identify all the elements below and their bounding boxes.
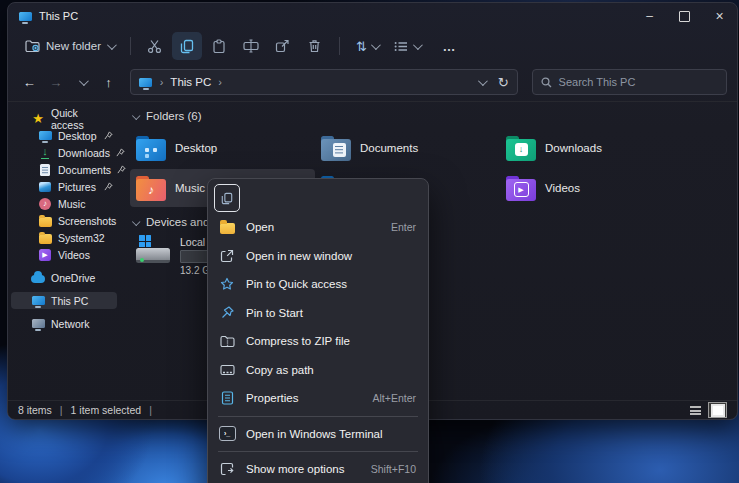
breadcrumb[interactable]: This PC	[170, 76, 211, 88]
address-dropdown-icon[interactable]	[478, 76, 488, 86]
paste-icon	[212, 39, 226, 54]
properties-icon	[218, 391, 236, 405]
command-bar: New folder	[8, 29, 737, 63]
menu-item-open-new-window[interactable]: Open in new window	[212, 242, 424, 271]
folders-section-header[interactable]: Folders (6)	[132, 110, 737, 122]
minimize-button[interactable]: –	[632, 3, 667, 29]
details-view-button[interactable]	[687, 403, 704, 417]
sidebar-item-this-pc[interactable]: This PC	[11, 292, 117, 309]
sidebar-item-label: Videos	[58, 249, 90, 261]
menu-item-label: Copy as path	[246, 364, 314, 376]
new-folder-icon	[25, 39, 40, 53]
sidebar-item-screenshots[interactable]: Screenshots	[11, 212, 117, 229]
folder-tile-videos[interactable]: ▶ Videos	[500, 169, 685, 207]
menu-item-compress-zip[interactable]: Compress to ZIP file	[212, 327, 424, 356]
sort-button[interactable]: ⇅	[349, 36, 385, 57]
folder-name: Music	[175, 182, 205, 194]
document-icon	[38, 163, 52, 177]
sidebar-item-label: Desktop	[58, 130, 97, 142]
sidebar-item-documents[interactable]: Documents	[11, 161, 117, 178]
breadcrumb-separator: ›	[160, 76, 164, 88]
star-icon: ★	[31, 112, 45, 126]
copy-button[interactable]	[172, 32, 202, 60]
view-button[interactable]	[387, 37, 427, 56]
menu-item-label: Pin to Start	[246, 307, 303, 319]
new-folder-button[interactable]: New folder	[18, 35, 121, 57]
sidebar-item-pictures[interactable]: Pictures	[11, 178, 117, 195]
sidebar-item-label: Downloads	[58, 147, 110, 159]
downloads-folder-icon: ↓	[506, 136, 536, 161]
folder-name: Downloads	[545, 142, 602, 154]
large-icons-view-button[interactable]	[708, 402, 727, 418]
address-input[interactable]: › This PC › ↻	[130, 69, 518, 95]
sidebar-item-system32[interactable]: System32	[11, 229, 117, 246]
folder-icon	[38, 214, 52, 228]
sidebar-item-downloads[interactable]: ↓ Downloads	[11, 144, 117, 161]
rename-icon	[243, 39, 259, 53]
large-icons-view-icon	[711, 404, 725, 417]
forward-button[interactable]: →	[44, 70, 66, 94]
menu-item-label: Compress to ZIP file	[246, 335, 350, 347]
menu-item-properties[interactable]: Properties Alt+Enter	[212, 384, 424, 413]
chevron-down-icon	[371, 40, 381, 50]
window-title: This PC	[39, 10, 78, 22]
chevron-down-icon	[413, 40, 423, 50]
folder-icon	[38, 231, 52, 245]
cut-button[interactable]	[140, 32, 170, 60]
search-input[interactable]: Search This PC	[532, 69, 727, 95]
see-more-button[interactable]: …	[435, 32, 465, 60]
delete-button[interactable]	[300, 32, 330, 60]
onedrive-cloud-icon	[31, 271, 45, 285]
music-icon: ♪	[38, 197, 52, 211]
videos-icon: ▶	[38, 248, 52, 262]
copy-icon	[221, 192, 233, 205]
pin-icon	[104, 131, 113, 140]
menu-item-label: Show more options	[246, 463, 344, 475]
close-icon: ×	[715, 8, 723, 24]
rename-button[interactable]	[236, 32, 266, 60]
up-icon: ↑	[105, 75, 112, 90]
show-more-icon	[218, 462, 236, 476]
share-icon	[275, 39, 290, 53]
menu-item-pin-start[interactable]: Pin to Start	[212, 299, 424, 328]
sidebar-item-onedrive[interactable]: OneDrive	[11, 269, 117, 286]
sidebar-item-desktop[interactable]: Desktop	[11, 127, 117, 144]
maximize-button[interactable]	[667, 3, 702, 29]
terminal-icon: ›_	[218, 426, 236, 441]
copy-quick-action-button[interactable]	[214, 184, 240, 212]
navigation-pane: ★ Quick access Desktop ↓ Downloads Docum…	[8, 102, 120, 400]
recent-locations-button[interactable]	[71, 70, 93, 94]
sidebar-item-label: System32	[58, 232, 105, 244]
up-button[interactable]: ↑	[97, 70, 119, 94]
this-pc-crumb-icon	[139, 75, 153, 89]
folder-tile-downloads[interactable]: ↓ Downloads	[500, 129, 685, 167]
this-pc-app-icon	[18, 9, 32, 23]
back-button[interactable]: ←	[18, 70, 40, 94]
refresh-button[interactable]: ↻	[498, 75, 509, 90]
sidebar-item-music[interactable]: ♪ Music	[11, 195, 117, 212]
folder-tile-desktop[interactable]: Desktop	[130, 129, 315, 167]
folder-tile-documents[interactable]: Documents	[315, 129, 500, 167]
sidebar-item-network[interactable]: Network	[11, 315, 117, 332]
menu-item-open[interactable]: Open Enter	[212, 213, 424, 242]
menu-item-shortcut: Shift+F10	[371, 463, 416, 475]
menu-item-label: Open in Windows Terminal	[246, 428, 383, 440]
sidebar-item-videos[interactable]: ▶ Videos	[11, 246, 117, 263]
folder-name: Desktop	[175, 142, 217, 154]
search-icon	[541, 77, 552, 88]
close-button[interactable]: ×	[702, 3, 737, 29]
menu-item-show-more-options[interactable]: Show more options Shift+F10	[212, 455, 424, 483]
share-button[interactable]	[268, 32, 298, 60]
paste-button[interactable]	[204, 32, 234, 60]
view-icon	[394, 41, 408, 52]
sidebar-item-quick-access[interactable]: ★ Quick access	[11, 110, 117, 127]
view-toggles	[687, 402, 727, 418]
menu-separator	[218, 451, 418, 452]
sidebar-item-label: This PC	[51, 295, 88, 307]
menu-item-pin-quick-access[interactable]: Pin to Quick access	[212, 270, 424, 299]
folder-name: Documents	[360, 142, 418, 154]
menu-item-copy-as-path[interactable]: Copy as path	[212, 356, 424, 385]
menu-item-open-windows-terminal[interactable]: ›_ Open in Windows Terminal	[212, 420, 424, 449]
folder-name: Videos	[545, 182, 580, 194]
status-divider: |	[60, 404, 63, 416]
